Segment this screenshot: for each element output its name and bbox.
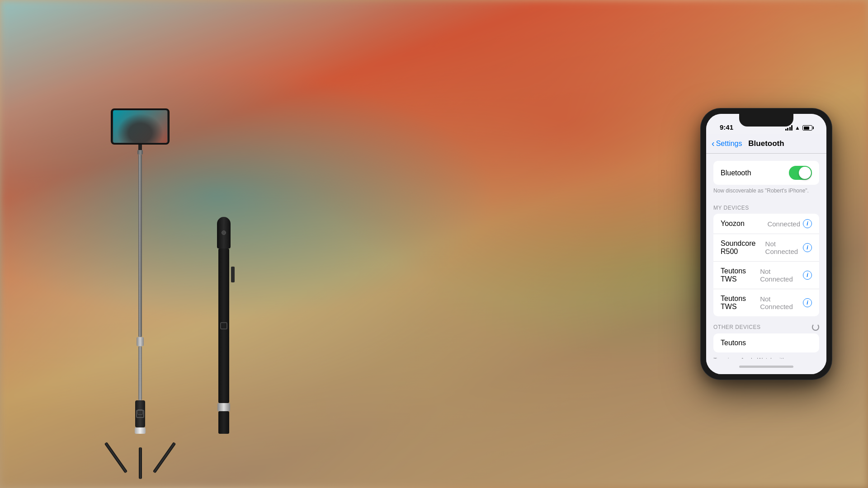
signal-bar-1 xyxy=(785,129,787,131)
signal-bar-2 xyxy=(787,128,788,131)
phone-holder xyxy=(138,145,142,150)
device-row-yoozon[interactable]: Yoozon Connected i xyxy=(713,214,819,234)
remote-body-button xyxy=(220,322,227,329)
back-chevron-icon: ‹ xyxy=(712,139,715,148)
iphone-notch xyxy=(739,114,793,127)
stick-middle xyxy=(137,337,144,346)
battery-tip xyxy=(813,127,814,129)
device-status-text-yoozon: Connected xyxy=(767,220,800,228)
bluetooth-section: Bluetooth xyxy=(713,161,819,185)
info-icon-yoozon[interactable]: i xyxy=(803,219,812,228)
nav-back-label: Settings xyxy=(716,140,742,148)
device-row-teutons-1[interactable]: Teutons TWS Not Connected i xyxy=(713,262,819,289)
scroll-content: Bluetooth Now discoverable as "Robert's … xyxy=(706,154,826,359)
status-time: 9:41 xyxy=(715,123,733,131)
my-devices-header: MY DEVICES xyxy=(706,197,826,214)
my-devices-list: Yoozon Connected i Soundcore R500 Not Co… xyxy=(713,214,819,316)
status-icons: ▲ xyxy=(785,125,817,131)
home-bar xyxy=(739,366,793,368)
iphone-screen: 9:41 ▲ xyxy=(706,114,826,374)
stick-shaft-upper xyxy=(138,155,142,337)
device-row-teutons-other[interactable]: Teutons xyxy=(713,333,819,352)
tripod-leg-right xyxy=(153,442,176,474)
stick-lower xyxy=(138,346,142,400)
signal-bar-3 xyxy=(789,127,791,131)
battery-body xyxy=(802,125,812,131)
device-status-text-teutons-1: Not Connected xyxy=(760,267,800,283)
device-row-soundcore[interactable]: Soundcore R500 Not Connected i xyxy=(713,234,819,262)
bluetooth-toggle[interactable] xyxy=(789,166,812,180)
mounted-phone xyxy=(111,108,170,145)
other-devices-label: OTHER DEVICES xyxy=(713,324,761,330)
remote-silver-band xyxy=(217,403,230,411)
iphone-display: 9:41 ▲ xyxy=(701,108,832,380)
tripod-leg-left xyxy=(104,442,128,474)
main-scene: 9:41 ▲ xyxy=(0,0,868,488)
device-status-yoozon: Connected i xyxy=(767,219,812,228)
remote-stick xyxy=(217,217,231,434)
discoverable-text: Now discoverable as "Robert's iPhone". xyxy=(706,185,826,197)
device-name-yoozon: Yoozon xyxy=(721,220,745,228)
info-icon-teutons-1[interactable]: i xyxy=(803,271,812,280)
device-row-teutons-2[interactable]: Teutons TWS Not Connected i xyxy=(713,289,819,316)
other-devices-list: Teutons xyxy=(713,333,819,352)
battery-fill xyxy=(804,127,810,130)
wifi-icon: ▲ xyxy=(795,125,800,131)
device-status-text-teutons-2: Not Connected xyxy=(760,295,800,310)
bluetooth-row: Bluetooth xyxy=(713,161,819,185)
nav-bar: ‹ Settings Bluetooth xyxy=(706,134,826,154)
stick-silver-ring xyxy=(135,427,146,434)
other-devices-header-row: OTHER DEVICES xyxy=(706,316,826,333)
toggle-thumb xyxy=(799,167,811,179)
grip-button xyxy=(137,409,143,415)
bluetooth-label: Bluetooth xyxy=(721,169,751,177)
remote-head xyxy=(217,217,231,249)
device-status-text-soundcore: Not Connected xyxy=(765,240,800,255)
tripod-base xyxy=(90,434,190,479)
mounted-phone-screen xyxy=(113,110,167,143)
selfie-stick-tall xyxy=(90,108,190,479)
device-name-teutons-2: Teutons TWS xyxy=(721,295,760,311)
iphone-mockup: 9:41 ▲ xyxy=(701,108,832,380)
home-indicator xyxy=(706,359,826,374)
info-icon-soundcore[interactable]: i xyxy=(803,243,812,252)
device-name-teutons-other: Teutons xyxy=(721,339,746,347)
remote-clip xyxy=(231,267,235,282)
info-icon-teutons-2[interactable]: i xyxy=(803,298,812,307)
device-status-teutons-1: Not Connected i xyxy=(760,267,812,283)
device-status-teutons-2: Not Connected i xyxy=(760,295,812,310)
remote-body xyxy=(218,249,229,403)
device-name-teutons-1: Teutons TWS xyxy=(721,267,760,283)
product-area xyxy=(90,9,231,479)
remote-bottom xyxy=(218,411,229,434)
remote-button xyxy=(222,230,226,235)
searching-spinner-icon xyxy=(812,324,819,331)
device-name-soundcore: Soundcore R500 xyxy=(721,239,765,256)
nav-title: Bluetooth xyxy=(748,139,784,148)
tripod-leg-center xyxy=(139,447,142,479)
device-status-soundcore: Not Connected i xyxy=(765,240,812,255)
battery-icon xyxy=(802,125,814,131)
apple-watch-text: To pair an Apple Watch with your iPhone,… xyxy=(706,352,826,359)
nav-back-button[interactable]: ‹ Settings xyxy=(712,139,742,148)
stick-top xyxy=(137,150,143,155)
stick-grip xyxy=(135,400,145,427)
signal-bar-4 xyxy=(791,125,793,131)
